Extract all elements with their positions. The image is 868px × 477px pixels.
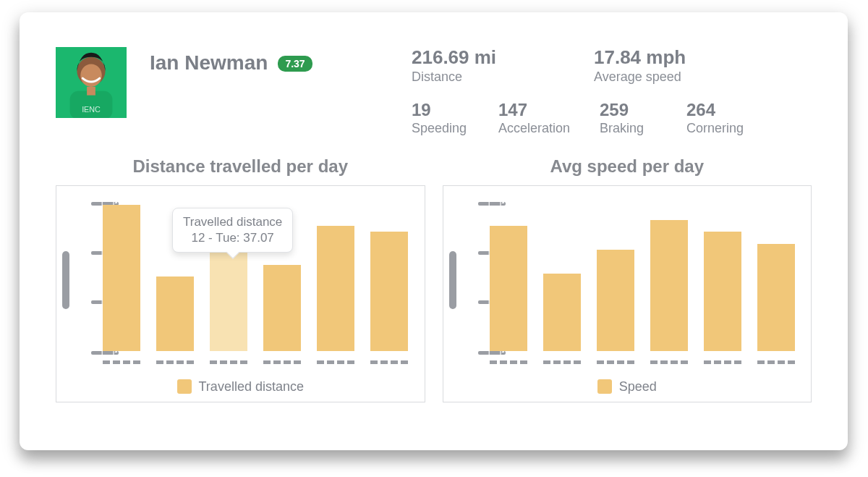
chart-bar[interactable] <box>263 265 301 351</box>
stat-distance-value: 216.69 mi <box>412 47 594 68</box>
chart-bar[interactable] <box>757 244 795 351</box>
stat-cornering: 264 Cornering <box>686 101 773 136</box>
chart-x-tick <box>317 360 354 364</box>
chart-bar[interactable] <box>490 226 527 351</box>
svg-rect-5 <box>87 87 95 96</box>
stat-braking-value: 259 <box>600 101 686 119</box>
driver-dashboard-card: IENC Ian Newman 7.37 216.69 mi Distance … <box>20 12 848 450</box>
chart-distance-box[interactable]: Travelled distance 12 - Tue: 37.07 Trave… <box>56 185 425 402</box>
chart-distance-title: Distance travelled per day <box>133 156 348 177</box>
chart-x-tick <box>210 360 247 364</box>
legend-swatch-icon <box>597 379 612 394</box>
chart-x-tick <box>704 360 741 364</box>
chart-x-tick <box>597 360 634 364</box>
chart-bar[interactable] <box>370 232 408 351</box>
chart-distance-xticks <box>100 360 412 364</box>
driver-score-badge: 7.37 <box>278 56 312 72</box>
chart-x-tick <box>757 360 795 364</box>
chart-distance-tooltip: Travelled distance 12 - Tue: 37.07 <box>172 208 293 253</box>
chart-distance-y-slider[interactable] <box>62 251 69 309</box>
chart-bar[interactable] <box>103 205 140 351</box>
chart-bar[interactable] <box>597 250 634 351</box>
chart-bar[interactable] <box>210 240 247 351</box>
chart-bar[interactable] <box>317 226 354 351</box>
chart-speed-legend: Speed <box>443 379 812 394</box>
chart-speed-title: Avg speed per day <box>550 156 704 177</box>
chart-speed-bars <box>487 202 799 351</box>
stat-acceleration-label: Acceleration <box>498 121 600 136</box>
chart-speed-y-slider[interactable] <box>449 251 456 309</box>
chart-x-tick <box>370 360 408 364</box>
stat-avg-speed-label: Average speed <box>594 69 776 85</box>
chart-bar[interactable] <box>156 277 194 351</box>
chart-distance-legend-label: Travelled distance <box>199 379 304 394</box>
stat-speeding-value: 19 <box>412 101 498 119</box>
chart-x-tick <box>490 360 527 364</box>
tooltip-title: Travelled distance <box>183 214 282 230</box>
stat-distance-label: Distance <box>412 69 594 85</box>
stats-row-events: 19 Speeding 147 Acceleration 259 Braking… <box>412 101 812 136</box>
stat-acceleration-value: 147 <box>498 101 600 119</box>
driver-stats: 216.69 mi Distance 17.84 mph Average spe… <box>412 47 812 136</box>
driver-name-block: Ian Newman 7.37 <box>150 47 388 136</box>
legend-swatch-icon <box>177 379 192 394</box>
svg-point-2 <box>80 64 101 87</box>
chart-speed-legend-label: Speed <box>619 379 657 394</box>
stat-speeding: 19 Speeding <box>412 101 498 136</box>
driver-name: Ian Newman <box>150 51 268 75</box>
chart-speed-xticks <box>487 360 799 364</box>
tooltip-line: 12 - Tue: 37.07 <box>183 230 282 246</box>
charts-row: Distance travelled per day Travelled dis… <box>56 156 812 402</box>
chart-bar[interactable] <box>543 274 581 351</box>
chart-x-tick <box>103 360 140 364</box>
chart-speed-box[interactable]: Speed <box>443 185 812 402</box>
stat-acceleration: 147 Acceleration <box>498 101 600 136</box>
stats-row-primary: 216.69 mi Distance 17.84 mph Average spe… <box>412 47 812 85</box>
stat-distance: 216.69 mi Distance <box>412 47 594 85</box>
chart-x-tick <box>650 360 688 364</box>
chart-speed: Avg speed per day Speed <box>443 156 812 402</box>
chart-bar[interactable] <box>704 232 741 351</box>
chart-distance-legend: Travelled distance <box>56 379 425 394</box>
stat-cornering-value: 264 <box>686 101 773 119</box>
chart-x-tick <box>543 360 581 364</box>
stat-avg-speed-value: 17.84 mph <box>594 47 776 68</box>
stat-braking-label: Braking <box>600 121 686 136</box>
stat-cornering-label: Cornering <box>686 121 773 136</box>
chart-bar[interactable] <box>650 220 688 351</box>
chart-x-tick <box>263 360 301 364</box>
svg-text:IENC: IENC <box>82 105 101 114</box>
stat-braking: 259 Braking <box>600 101 686 136</box>
stat-avg-speed: 17.84 mph Average speed <box>594 47 776 85</box>
stat-speeding-label: Speeding <box>412 121 498 136</box>
avatar: IENC <box>56 47 127 118</box>
chart-x-tick <box>156 360 194 364</box>
chart-distance: Distance travelled per day Travelled dis… <box>56 156 425 402</box>
driver-header: IENC Ian Newman 7.37 216.69 mi Distance … <box>56 47 812 136</box>
avatar-icon: IENC <box>56 47 127 118</box>
